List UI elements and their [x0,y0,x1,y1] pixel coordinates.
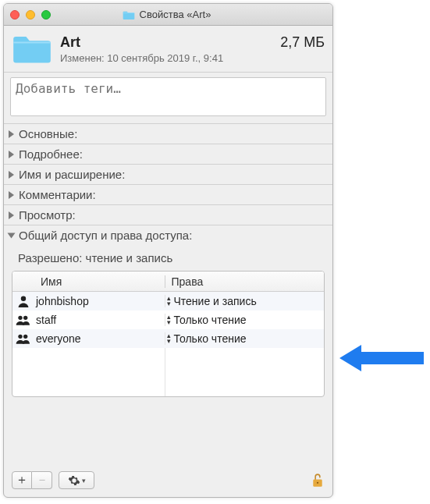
section-name-ext[interactable]: Имя и расширение: [4,165,332,185]
section-more[interactable]: Подробнее: [4,144,332,165]
section-label: Подробнее: [19,147,83,161]
table-row[interactable]: johnbishop▴▾Чтение и запись [12,292,324,311]
svg-point-4 [23,335,27,339]
table-row[interactable]: everyone▴▾Только чтение [12,329,324,348]
permissions-table: Имя Права johnbishop▴▾Чтение и записьsta… [12,271,325,397]
chevron-down-icon [8,232,16,238]
folder-icon [123,9,135,20]
perm-priv: Только чтение [174,332,247,345]
chevron-right-icon [9,191,14,199]
section-label: Просмотр: [19,208,76,222]
permissions-allowed: Разрешено: чтение и запись [12,250,325,271]
tags-input[interactable] [10,77,326,116]
svg-point-7 [317,481,318,483]
lock-icon[interactable] [311,473,325,488]
bottom-bar: ＋ － ▾ [4,467,332,497]
table-filler [12,348,324,396]
traffic-lights [10,10,51,20]
svg-point-0 [21,296,26,301]
col-name[interactable]: Имя [12,275,165,288]
file-name: Art [60,34,80,51]
svg-point-2 [23,316,27,320]
svg-point-1 [18,316,22,320]
perm-priv: Только чтение [174,314,247,326]
table-row[interactable]: staff▴▾Только чтение [12,311,324,329]
zoom-button[interactable] [41,10,51,20]
perm-name: johnbishop [36,295,89,307]
table-header: Имя Права [12,272,324,292]
add-button[interactable]: ＋ [12,471,32,489]
section-label: Общий доступ и права доступа: [19,229,192,242]
folder-icon [12,30,52,67]
stepper-icon[interactable]: ▴▾ [167,296,171,307]
section-general[interactable]: Основные: [4,124,332,144]
section-comments[interactable]: Комментарии: [4,185,332,205]
chevron-down-icon: ▾ [82,477,86,484]
chevron-right-icon [9,130,14,138]
gear-icon [68,474,80,487]
stepper-icon[interactable]: ▴▾ [167,333,171,344]
user-icon [16,295,31,307]
sharing-body: Разрешено: чтение и запись Имя Права joh… [4,245,332,400]
file-modified: Изменен: 10 сентябрь 2019 г., 9:41 [60,52,325,64]
minimize-button[interactable] [26,10,35,20]
section-label: Комментарии: [19,188,96,201]
file-size: 2,7 МБ [280,34,325,51]
tags-row [4,73,332,124]
chevron-right-icon [9,211,14,219]
callout-arrow-icon [339,342,424,374]
section-label: Имя и расширение: [19,168,125,181]
svg-point-3 [18,335,22,339]
perm-name: everyone [36,332,81,345]
section-preview[interactable]: Просмотр: [4,205,332,225]
section-label: Основные: [19,127,77,140]
group-icon [16,332,31,345]
section-sharing[interactable]: Общий доступ и права доступа: [4,225,332,245]
window-title: Свойства «Art» [140,9,211,20]
info-window: Свойства «Art» Art 2,7 МБ Изменен: 10 се… [3,3,333,498]
perm-priv: Чтение и запись [174,295,257,307]
stepper-icon[interactable]: ▴▾ [167,314,171,325]
header: Art 2,7 МБ Изменен: 10 сентябрь 2019 г.,… [4,26,332,73]
remove-button[interactable]: － [32,471,52,489]
group-icon [16,314,31,326]
action-menu-button[interactable]: ▾ [59,471,94,489]
perm-name: staff [36,314,56,326]
col-priv[interactable]: Права [165,275,325,288]
chevron-right-icon [9,171,14,179]
chevron-right-icon [9,151,14,158]
titlebar: Свойства «Art» [4,4,332,26]
close-button[interactable] [10,10,20,20]
svg-marker-8 [339,345,424,371]
